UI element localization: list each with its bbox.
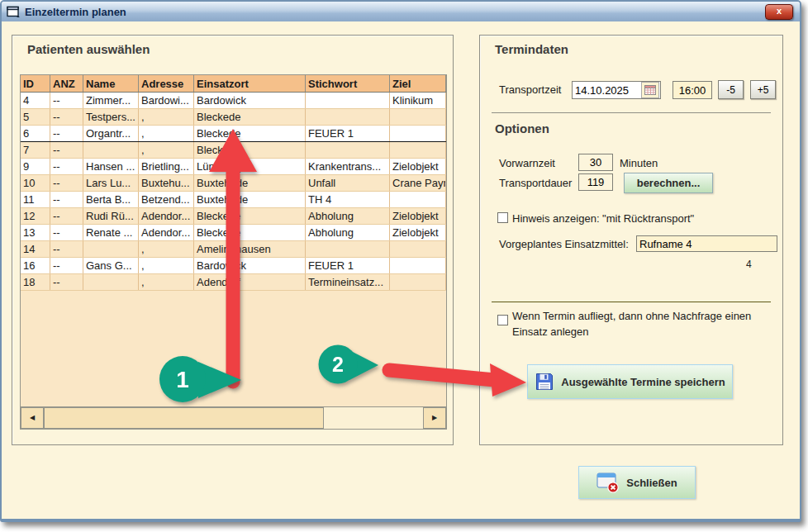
- table-cell[interactable]: Hansen ...: [83, 159, 139, 175]
- table-cell[interactable]: Zimmer...: [83, 93, 139, 109]
- table-cell[interactable]: Lüneburg: [194, 159, 306, 175]
- table-cell[interactable]: Klinikum: [390, 93, 446, 109]
- table-row[interactable]: 10--Lars Lu...Buxtehu...BuxtehudeUnfallC…: [21, 175, 446, 192]
- table-cell[interactable]: Brietling...: [139, 159, 194, 175]
- save-termine-button[interactable]: Ausgewählte Termine speichern: [527, 364, 733, 399]
- table-cell[interactable]: Adendor...: [139, 225, 194, 241]
- table-cell[interactable]: [306, 241, 390, 258]
- table-cell[interactable]: Krankentrans...: [306, 159, 390, 175]
- auto-einsatz-checkbox[interactable]: [497, 315, 508, 325]
- berechnen-button[interactable]: berechnen...: [624, 173, 713, 193]
- table-cell[interactable]: ,: [139, 142, 194, 159]
- table-row[interactable]: 16--Gans G...,BardowickFEUER 1: [21, 258, 446, 274]
- table-cell[interactable]: Buxtehude: [194, 175, 306, 192]
- scroll-right-button[interactable]: ▶: [423, 407, 446, 429]
- table-cell[interactable]: Unfall: [306, 175, 390, 192]
- date-input[interactable]: [573, 84, 641, 97]
- table-cell[interactable]: --: [50, 241, 83, 258]
- plus-5-button[interactable]: +5: [750, 80, 776, 99]
- table-cell[interactable]: Bardowick: [194, 258, 306, 274]
- table-cell[interactable]: 13: [21, 225, 50, 241]
- table-cell[interactable]: [83, 274, 139, 291]
- table-cell[interactable]: --: [50, 274, 83, 291]
- table-cell[interactable]: ,: [139, 126, 194, 142]
- table-cell[interactable]: --: [50, 159, 83, 175]
- table-cell[interactable]: --: [50, 208, 83, 225]
- table-cell[interactable]: Zielobjekt: [390, 208, 446, 225]
- einsatzmittel-input[interactable]: [636, 235, 777, 252]
- table-cell[interactable]: 12: [21, 208, 50, 225]
- table-row[interactable]: 9--Hansen ...Brietling...LüneburgKranken…: [21, 159, 446, 175]
- table-cell[interactable]: --: [50, 142, 83, 159]
- horizontal-scrollbar[interactable]: ◀ ▶: [20, 406, 447, 430]
- table-cell[interactable]: Berta B...: [83, 192, 139, 208]
- table-cell[interactable]: Rudi Rü...: [83, 208, 139, 225]
- table-row[interactable]: 13--Renate ...Adendor...BleckedeAbholung…: [21, 225, 446, 241]
- table-cell[interactable]: [390, 192, 446, 208]
- table-cell[interactable]: Organtr...: [83, 126, 139, 142]
- table-cell[interactable]: 6: [21, 126, 50, 142]
- table-cell[interactable]: ,: [139, 109, 194, 126]
- table-cell[interactable]: [390, 241, 446, 258]
- table-cell[interactable]: FEUER 1: [306, 258, 390, 274]
- table-cell[interactable]: Gans G...: [83, 258, 139, 274]
- table-row[interactable]: 4--Zimmer...Bardowi...BardowickKlinikum: [21, 93, 446, 109]
- table-cell[interactable]: [390, 274, 446, 291]
- table-cell[interactable]: ,: [139, 241, 194, 258]
- schliessen-button[interactable]: Schließen: [578, 466, 696, 499]
- table-cell[interactable]: Bardowi...: [139, 93, 194, 109]
- table-cell[interactable]: 11: [21, 192, 50, 208]
- table-cell[interactable]: Zielobjekt: [390, 225, 446, 241]
- table-cell[interactable]: Abholung: [306, 208, 390, 225]
- scroll-left-button[interactable]: ◀: [21, 407, 44, 429]
- table-cell[interactable]: Termineinsatz...: [306, 274, 390, 291]
- table-row[interactable]: 5--Testpers...,Bleckede: [21, 109, 446, 126]
- table-cell[interactable]: [83, 142, 139, 159]
- table-cell[interactable]: --: [50, 93, 83, 109]
- table-cell[interactable]: Bardowick: [194, 93, 306, 109]
- table-row[interactable]: 11--Berta B...Betzend...BuxtehudeTH 4: [21, 192, 446, 208]
- table-cell[interactable]: --: [50, 109, 83, 126]
- table-row[interactable]: 7--,Bleckede: [21, 142, 446, 159]
- table-cell[interactable]: Abholung: [306, 225, 390, 241]
- table-cell[interactable]: Lars Lu...: [83, 175, 139, 192]
- table-cell[interactable]: 4: [21, 93, 50, 109]
- table-cell[interactable]: ,: [139, 274, 194, 291]
- table-cell[interactable]: --: [50, 225, 83, 241]
- column-header[interactable]: Ziel: [390, 75, 446, 93]
- table-cell[interactable]: [390, 142, 446, 159]
- table-cell[interactable]: Betzend...: [139, 192, 194, 208]
- table-cell[interactable]: 10: [21, 175, 50, 192]
- table-cell[interactable]: [306, 93, 390, 109]
- table-cell[interactable]: Buxtehu...: [139, 175, 194, 192]
- table-cell[interactable]: Bleckede: [194, 109, 306, 126]
- table-cell[interactable]: Adendorf: [194, 274, 306, 291]
- table-cell[interactable]: Bleckede: [194, 126, 306, 142]
- table-cell[interactable]: Buxtehude: [194, 192, 306, 208]
- table-cell[interactable]: 14: [21, 241, 50, 258]
- transportdauer-input[interactable]: [578, 173, 613, 191]
- time-input[interactable]: [673, 81, 712, 99]
- titlebar[interactable]: Einzeltermin planen x: [2, 2, 800, 21]
- scrollbar-thumb[interactable]: [44, 407, 324, 429]
- table-cell[interactable]: Bleckede: [194, 208, 306, 225]
- table-cell[interactable]: [306, 142, 390, 159]
- table-cell[interactable]: [390, 126, 446, 142]
- column-header[interactable]: Einsatzort: [194, 75, 306, 93]
- table-cell[interactable]: 18: [21, 274, 50, 291]
- table-cell[interactable]: Crane Paymen: [390, 175, 446, 192]
- table-cell[interactable]: [306, 109, 390, 126]
- table-cell[interactable]: 9: [21, 159, 50, 175]
- table-cell[interactable]: --: [50, 192, 83, 208]
- table-cell[interactable]: Renate ...: [83, 225, 139, 241]
- table-row[interactable]: 6--Organtr...,BleckedeFEUER 1: [21, 126, 446, 142]
- column-header[interactable]: Name: [83, 75, 139, 93]
- ruecktransport-checkbox[interactable]: [497, 212, 508, 223]
- table-cell[interactable]: --: [50, 258, 83, 274]
- close-window-button[interactable]: x: [765, 4, 793, 20]
- table-cell[interactable]: Adendor...: [139, 208, 194, 225]
- table-cell[interactable]: Bleckede: [194, 142, 306, 159]
- column-header[interactable]: Adresse: [139, 75, 194, 93]
- table-cell[interactable]: 7: [21, 142, 50, 159]
- table-row[interactable]: 18--,AdendorfTermineinsatz...: [21, 274, 446, 291]
